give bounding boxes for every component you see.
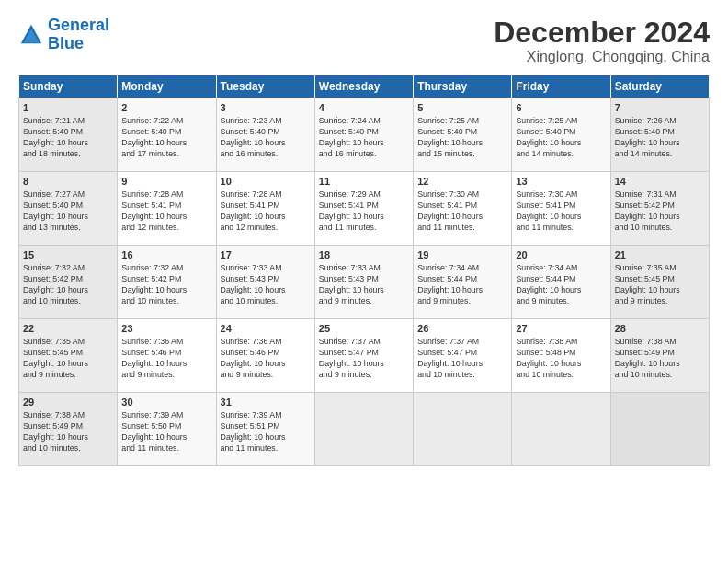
calendar-week-row: 22Sunrise: 7:35 AMSunset: 5:45 PMDayligh… [19, 319, 710, 393]
day-info: Sunrise: 7:32 AMSunset: 5:42 PMDaylight:… [23, 263, 113, 307]
day-info: Sunrise: 7:33 AMSunset: 5:43 PMDaylight:… [221, 263, 311, 307]
table-row: 31Sunrise: 7:39 AMSunset: 5:51 PMDayligh… [216, 393, 314, 466]
day-number: 9 [121, 175, 211, 189]
day-number: 4 [319, 101, 409, 115]
table-row: 19Sunrise: 7:34 AMSunset: 5:44 PMDayligh… [414, 246, 512, 319]
day-info: Sunrise: 7:29 AMSunset: 5:41 PMDaylight:… [319, 190, 409, 234]
day-number: 8 [23, 175, 113, 189]
day-info: Sunrise: 7:37 AMSunset: 5:47 PMDaylight:… [417, 337, 507, 381]
day-info: Sunrise: 7:36 AMSunset: 5:46 PMDaylight:… [221, 337, 311, 381]
day-info: Sunrise: 7:33 AMSunset: 5:43 PMDaylight:… [319, 263, 409, 307]
table-row: 3Sunrise: 7:23 AMSunset: 5:40 PMDaylight… [216, 98, 314, 172]
day-number: 6 [516, 101, 606, 115]
day-number: 22 [23, 322, 113, 336]
day-number: 15 [23, 248, 113, 262]
day-number: 14 [615, 175, 705, 189]
table-row: 21Sunrise: 7:35 AMSunset: 5:45 PMDayligh… [610, 246, 709, 319]
logo-text: General Blue [48, 17, 109, 53]
table-row: 12Sunrise: 7:30 AMSunset: 5:41 PMDayligh… [414, 172, 512, 246]
day-number: 13 [516, 175, 606, 189]
day-number: 18 [319, 248, 409, 262]
table-row: 23Sunrise: 7:36 AMSunset: 5:46 PMDayligh… [118, 319, 216, 393]
calendar-week-row: 15Sunrise: 7:32 AMSunset: 5:42 PMDayligh… [19, 246, 710, 319]
col-monday: Monday [118, 75, 216, 98]
table-row: 27Sunrise: 7:38 AMSunset: 5:48 PMDayligh… [512, 319, 610, 393]
col-wednesday: Wednesday [314, 75, 413, 98]
table-row [610, 393, 709, 466]
table-row: 28Sunrise: 7:38 AMSunset: 5:49 PMDayligh… [610, 319, 709, 393]
calendar-header: Sunday Monday Tuesday Wednesday Thursday… [19, 75, 710, 98]
day-info: Sunrise: 7:31 AMSunset: 5:42 PMDaylight:… [615, 190, 705, 234]
logo-general: General [48, 16, 109, 34]
day-info: Sunrise: 7:38 AMSunset: 5:48 PMDaylight:… [516, 337, 606, 381]
page: General Blue December 2024 Xinglong, Cho… [0, 0, 728, 563]
day-info: Sunrise: 7:27 AMSunset: 5:40 PMDaylight:… [23, 190, 113, 234]
day-number: 7 [615, 101, 705, 115]
col-friday: Friday [512, 75, 610, 98]
day-number: 10 [221, 175, 311, 189]
day-number: 12 [417, 175, 507, 189]
day-info: Sunrise: 7:32 AMSunset: 5:42 PMDaylight:… [121, 263, 211, 307]
table-row [414, 393, 512, 466]
logo: General Blue [18, 17, 109, 53]
logo-blue: Blue [48, 34, 84, 52]
calendar-week-row: 1Sunrise: 7:21 AMSunset: 5:40 PMDaylight… [19, 98, 710, 172]
table-row: 22Sunrise: 7:35 AMSunset: 5:45 PMDayligh… [19, 319, 118, 393]
table-row: 30Sunrise: 7:39 AMSunset: 5:50 PMDayligh… [118, 393, 216, 466]
day-info: Sunrise: 7:39 AMSunset: 5:50 PMDaylight:… [121, 410, 211, 454]
day-number: 21 [615, 248, 705, 262]
day-number: 29 [23, 396, 113, 409]
day-info: Sunrise: 7:37 AMSunset: 5:47 PMDaylight:… [319, 337, 409, 381]
weekday-header-row: Sunday Monday Tuesday Wednesday Thursday… [19, 75, 710, 98]
day-info: Sunrise: 7:26 AMSunset: 5:40 PMDaylight:… [615, 116, 705, 160]
table-row: 2Sunrise: 7:22 AMSunset: 5:40 PMDaylight… [118, 98, 216, 172]
table-row: 10Sunrise: 7:28 AMSunset: 5:41 PMDayligh… [216, 172, 314, 246]
table-row [314, 393, 413, 466]
day-info: Sunrise: 7:39 AMSunset: 5:51 PMDaylight:… [221, 410, 311, 454]
day-info: Sunrise: 7:36 AMSunset: 5:46 PMDaylight:… [121, 337, 211, 381]
header: General Blue December 2024 Xinglong, Cho… [18, 17, 710, 65]
table-row: 7Sunrise: 7:26 AMSunset: 5:40 PMDaylight… [610, 98, 709, 172]
table-row: 24Sunrise: 7:36 AMSunset: 5:46 PMDayligh… [216, 319, 314, 393]
col-thursday: Thursday [414, 75, 512, 98]
table-row: 16Sunrise: 7:32 AMSunset: 5:42 PMDayligh… [118, 246, 216, 319]
day-info: Sunrise: 7:25 AMSunset: 5:40 PMDaylight:… [417, 116, 507, 160]
day-info: Sunrise: 7:23 AMSunset: 5:40 PMDaylight:… [221, 116, 311, 160]
day-number: 19 [417, 248, 507, 262]
day-number: 5 [417, 101, 507, 115]
day-info: Sunrise: 7:30 AMSunset: 5:41 PMDaylight:… [417, 190, 507, 234]
day-number: 30 [121, 396, 211, 409]
day-number: 23 [121, 322, 211, 336]
logo-icon [18, 22, 44, 48]
day-number: 26 [417, 322, 507, 336]
calendar-week-row: 29Sunrise: 7:38 AMSunset: 5:49 PMDayligh… [19, 393, 710, 466]
day-info: Sunrise: 7:24 AMSunset: 5:40 PMDaylight:… [319, 116, 409, 160]
table-row [512, 393, 610, 466]
day-number: 1 [23, 101, 113, 115]
table-row: 9Sunrise: 7:28 AMSunset: 5:41 PMDaylight… [118, 172, 216, 246]
day-info: Sunrise: 7:38 AMSunset: 5:49 PMDaylight:… [615, 337, 705, 381]
day-number: 16 [121, 248, 211, 262]
table-row: 5Sunrise: 7:25 AMSunset: 5:40 PMDaylight… [414, 98, 512, 172]
table-row: 4Sunrise: 7:24 AMSunset: 5:40 PMDaylight… [314, 98, 413, 172]
table-row: 14Sunrise: 7:31 AMSunset: 5:42 PMDayligh… [610, 172, 709, 246]
table-row: 26Sunrise: 7:37 AMSunset: 5:47 PMDayligh… [414, 319, 512, 393]
table-row: 15Sunrise: 7:32 AMSunset: 5:42 PMDayligh… [19, 246, 118, 319]
day-number: 24 [221, 322, 311, 336]
day-info: Sunrise: 7:30 AMSunset: 5:41 PMDaylight:… [516, 190, 606, 234]
sub-title: Xinglong, Chongqing, China [494, 49, 710, 65]
day-number: 25 [319, 322, 409, 336]
table-row: 29Sunrise: 7:38 AMSunset: 5:49 PMDayligh… [19, 393, 118, 466]
calendar-body: 1Sunrise: 7:21 AMSunset: 5:40 PMDaylight… [19, 98, 710, 466]
table-row: 11Sunrise: 7:29 AMSunset: 5:41 PMDayligh… [314, 172, 413, 246]
col-saturday: Saturday [610, 75, 709, 98]
day-number: 28 [615, 322, 705, 336]
day-number: 17 [221, 248, 311, 262]
col-sunday: Sunday [19, 75, 118, 98]
calendar-week-row: 8Sunrise: 7:27 AMSunset: 5:40 PMDaylight… [19, 172, 710, 246]
day-number: 31 [221, 396, 311, 409]
main-title: December 2024 [494, 17, 710, 49]
title-block: December 2024 Xinglong, Chongqing, China [494, 17, 710, 65]
col-tuesday: Tuesday [216, 75, 314, 98]
table-row: 20Sunrise: 7:34 AMSunset: 5:44 PMDayligh… [512, 246, 610, 319]
